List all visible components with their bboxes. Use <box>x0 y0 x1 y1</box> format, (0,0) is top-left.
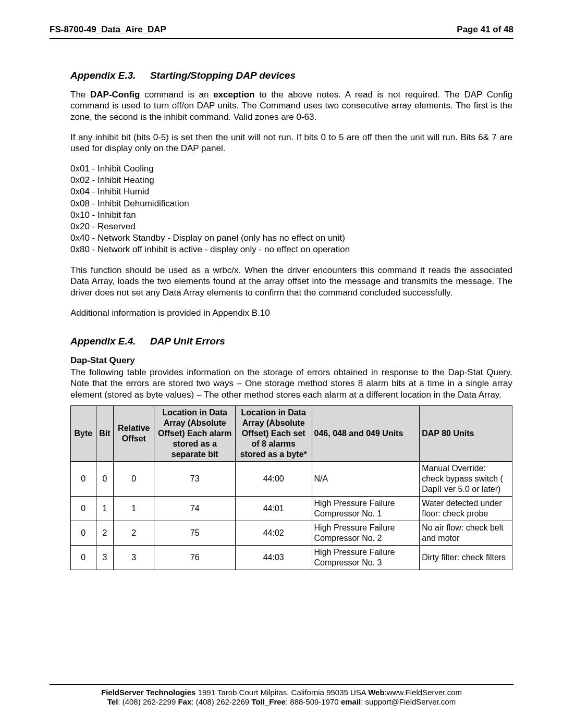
cell-loc1: 73 <box>154 461 236 496</box>
dap-error-table: Byte Bit Relative Offset Location in Dat… <box>70 405 512 570</box>
cell-byte: 0 <box>71 461 96 496</box>
heading-appendix-e3: Appendix E.3. Starting/Stopping DAP devi… <box>70 69 512 82</box>
page: FS-8700-49_Data_Aire_DAP Page 41 of 48 A… <box>0 0 563 728</box>
text: : (408) 262-2269 <box>191 697 251 706</box>
cell-046: High Pressure Failure Compressor No. 3 <box>312 545 420 570</box>
text: 1991 Tarob Court Milpitas, California 95… <box>195 688 368 697</box>
inhibit-bit-list: 0x01 - Inhibit Cooling 0x02 - Inhibit He… <box>70 163 512 255</box>
cell-dap80: No air flow: check belt and motor <box>420 521 512 545</box>
text: The <box>70 90 90 100</box>
cell-bit: 2 <box>96 521 114 545</box>
cell-rel: 2 <box>114 521 154 545</box>
th-loc-byte: Location in Data Array (Absolute Offset)… <box>235 405 312 461</box>
footer-email-label: email <box>341 697 361 706</box>
bit-item: 0x02 - Inhibit Heating <box>70 175 512 186</box>
table-row: 0 3 3 76 44:03 High Pressure Failure Com… <box>71 545 512 570</box>
footer-tollfree-label: Toll_Free <box>251 697 286 706</box>
bold-text: exception <box>213 90 254 100</box>
heading-appendix-e4: Appendix E.4. DAP Unit Errors <box>70 335 512 348</box>
bold-text: DAP-Config <box>90 90 140 100</box>
cell-rel: 0 <box>114 461 154 496</box>
footer-line-1: FieldServer Technologies 1991 Tarob Cour… <box>50 688 513 698</box>
running-header: FS-8700-49_Data_Aire_DAP Page 41 of 48 <box>50 24 513 39</box>
e3-para2: If any inhibit bit (bits 0-5) is set the… <box>70 132 512 154</box>
th-rel-offset: Relative Offset <box>114 405 154 461</box>
footer-company: FieldServer Technologies <box>101 688 195 697</box>
bit-item: 0x04 - Inhibit Humid <box>70 186 512 198</box>
e3-para4: Additional information is provided in Ap… <box>70 307 512 318</box>
bit-item: 0x08 - Inhibit Dehumidification <box>70 198 512 209</box>
bit-item: 0x01 - Inhibit Cooling <box>70 163 512 175</box>
cell-046: High Pressure Failure Compressor No. 1 <box>312 496 420 521</box>
text: : 888-509-1970 <box>286 697 341 706</box>
table-row: 0 0 0 73 44:00 N/A Manual Override: chec… <box>71 461 512 496</box>
cell-dap80: Dirty filter: check filters <box>420 545 512 570</box>
th-byte: Byte <box>71 405 96 461</box>
body-column: Appendix E.3. Starting/Stopping DAP devi… <box>70 69 512 570</box>
runhead-left: FS-8700-49_Data_Aire_DAP <box>50 24 166 35</box>
bit-item: 0x10 - Inhibit fan <box>70 209 512 221</box>
text: : support@FieldServer.com <box>361 697 456 706</box>
cell-loc1: 76 <box>154 545 236 570</box>
th-dap80-units: DAP 80 Units <box>420 405 512 461</box>
cell-bit: 1 <box>96 496 114 521</box>
e3-para3: This function should be used as a wrbc/x… <box>70 265 512 298</box>
appendix-e3-title: Starting/Stopping DAP devices <box>150 70 296 81</box>
cell-byte: 0 <box>71 545 96 570</box>
appendix-e4-label: Appendix E.4. <box>70 336 136 347</box>
th-bit: Bit <box>96 405 114 461</box>
footer-web-label: Web <box>368 688 384 697</box>
cell-loc1: 74 <box>154 496 236 521</box>
cell-dap80: Water detected under floor: check probe <box>420 496 512 521</box>
cell-046: N/A <box>312 461 420 496</box>
cell-loc1: 75 <box>154 521 236 545</box>
cell-bit: 0 <box>96 461 114 496</box>
cell-046: High Pressure Failure Compressor No. 2 <box>312 521 420 545</box>
cell-loc2: 44:02 <box>235 521 312 545</box>
cell-loc2: 44:03 <box>235 545 312 570</box>
footer-line-2: Tel: (408) 262-2299 Fax: (408) 262-2269 … <box>50 697 513 707</box>
cell-byte: 0 <box>71 496 96 521</box>
page-footer: FieldServer Technologies 1991 Tarob Cour… <box>50 684 513 708</box>
cell-dap80: Manual Override: check bypass switch ( D… <box>420 461 512 496</box>
th-046-units: 046, 048 and 049 Units <box>312 405 420 461</box>
runhead-right: Page 41 of 48 <box>457 24 513 35</box>
appendix-e3-label: Appendix E.3. <box>70 70 136 81</box>
e4-para: The following table provides information… <box>70 367 512 400</box>
text: : (408) 262-2299 <box>118 697 178 706</box>
cell-byte: 0 <box>71 521 96 545</box>
text: :www.FieldServer.com <box>385 688 462 697</box>
cell-loc2: 44:00 <box>235 461 312 496</box>
table-row: 0 2 2 75 44:02 High Pressure Failure Com… <box>71 521 512 545</box>
bit-item: 0x80 - Network off inhibit is active - d… <box>70 244 512 255</box>
bit-item: 0x20 - Reserved <box>70 221 512 232</box>
table-row: 0 1 1 74 44:01 High Pressure Failure Com… <box>71 496 512 521</box>
table-header-row: Byte Bit Relative Offset Location in Dat… <box>71 405 512 461</box>
appendix-e4-title: DAP Unit Errors <box>150 336 225 347</box>
e3-para1: The DAP-Config command is an exception t… <box>70 89 512 122</box>
text: command is an <box>140 90 213 100</box>
bit-item: 0x40 - Network Standby - Display on pane… <box>70 232 512 244</box>
cell-bit: 3 <box>96 545 114 570</box>
dap-stat-query-heading: Dap-Stat Query <box>70 355 512 366</box>
cell-rel: 3 <box>114 545 154 570</box>
th-loc-bit: Location in Data Array (Absolute Offset)… <box>154 405 236 461</box>
footer-fax-label: Fax <box>178 697 191 706</box>
footer-tel-label: Tel <box>107 697 118 706</box>
cell-rel: 1 <box>114 496 154 521</box>
cell-loc2: 44:01 <box>235 496 312 521</box>
